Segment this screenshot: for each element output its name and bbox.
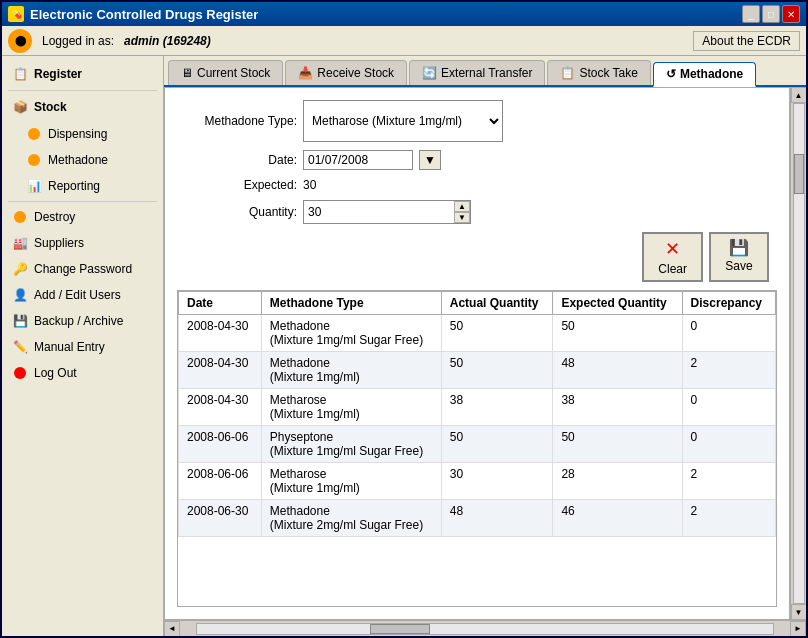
methadone-type-row: Methadone Type: Metharose (Mixture 1mg/m… xyxy=(177,100,777,142)
scroll-up-button[interactable]: ▲ xyxy=(791,87,807,103)
reporting-icon: 📊 xyxy=(26,178,42,194)
title-bar-buttons: _ □ ✕ xyxy=(742,5,800,23)
sidebar-label-register: Register xyxy=(34,67,82,81)
quantity-decrement-button[interactable]: ▼ xyxy=(454,212,470,223)
cell-discrepancy: 0 xyxy=(682,389,775,426)
sidebar-item-stock[interactable]: 📦 Stock xyxy=(2,93,163,121)
methadone-type-label: Methadone Type: xyxy=(177,114,297,128)
cell-expected-quantity: 46 xyxy=(553,500,682,537)
scroll-thumb-horizontal[interactable] xyxy=(370,624,430,634)
sidebar-label-dispensing: Dispensing xyxy=(48,127,107,141)
cell-date: 2008-04-30 xyxy=(179,389,262,426)
action-buttons-row: ✕ Clear 💾 Save xyxy=(177,232,777,282)
stock-icon: 📦 xyxy=(12,99,28,115)
sidebar-item-methadone[interactable]: Methadone xyxy=(2,147,163,173)
sidebar-label-reporting: Reporting xyxy=(48,179,100,193)
expected-label: Expected: xyxy=(177,178,297,192)
sidebar-item-destroy[interactable]: Destroy xyxy=(2,204,163,230)
quantity-spinner-buttons: ▲ ▼ xyxy=(454,201,470,223)
cell-discrepancy: 0 xyxy=(682,315,775,352)
cell-actual-quantity: 38 xyxy=(441,389,553,426)
login-label: Logged in as: xyxy=(42,34,114,48)
tab-current-stock[interactable]: 🖥 Current Stock xyxy=(168,60,283,85)
tab-external-transfer-icon: 🔄 xyxy=(422,66,437,80)
sidebar-item-manual-entry[interactable]: ✏️ Manual Entry xyxy=(2,334,163,360)
suppliers-icon: 🏭 xyxy=(12,235,28,251)
scroll-track-vertical xyxy=(793,103,805,604)
cell-expected-quantity: 38 xyxy=(553,389,682,426)
quantity-label: Quantity: xyxy=(177,205,297,219)
tab-stock-take[interactable]: 📋 Stock Take xyxy=(547,60,650,85)
sidebar-item-dispensing[interactable]: Dispensing xyxy=(2,121,163,147)
scroll-thumb-vertical[interactable] xyxy=(794,154,804,194)
tab-methadone[interactable]: ↺ Methadone xyxy=(653,62,756,87)
scroll-right-button[interactable]: ► xyxy=(790,621,806,637)
col-methadone-type: Methadone Type xyxy=(261,292,441,315)
methadone-type-select[interactable]: Metharose (Mixture 1mg/ml) Methadone (Mi… xyxy=(303,100,503,142)
expected-value: 30 xyxy=(303,178,316,192)
save-button[interactable]: 💾 Save xyxy=(709,232,769,282)
table-row: 2008-06-06Physeptone (Mixture 1mg/ml Sug… xyxy=(179,426,776,463)
cell-methadone-type: Methadone (Mixture 1mg/ml) xyxy=(261,352,441,389)
cell-actual-quantity: 50 xyxy=(441,315,553,352)
cell-methadone-type: Methadone (Mixture 2mg/ml Sugar Free) xyxy=(261,500,441,537)
minimize-button[interactable]: _ xyxy=(742,5,760,23)
cell-date: 2008-06-06 xyxy=(179,463,262,500)
sidebar-item-add-edit-users[interactable]: 👤 Add / Edit Users xyxy=(2,282,163,308)
cell-discrepancy: 2 xyxy=(682,352,775,389)
cell-methadone-type: Methadone (Mixture 1mg/ml Sugar Free) xyxy=(261,315,441,352)
sidebar-item-suppliers[interactable]: 🏭 Suppliers xyxy=(2,230,163,256)
menu-bar: ⬤ Logged in as: admin (169248) About the… xyxy=(2,26,806,56)
quantity-input[interactable] xyxy=(304,201,454,223)
quantity-increment-button[interactable]: ▲ xyxy=(454,201,470,212)
cell-discrepancy: 0 xyxy=(682,426,775,463)
cell-methadone-type: Metharose (Mixture 1mg/ml) xyxy=(261,463,441,500)
close-button[interactable]: ✕ xyxy=(782,5,800,23)
quantity-row: Quantity: ▲ ▼ xyxy=(177,200,777,224)
dispensing-icon xyxy=(26,126,42,142)
col-expected-quantity: Expected Quantity xyxy=(553,292,682,315)
about-button[interactable]: About the ECDR xyxy=(693,31,800,51)
tab-external-transfer[interactable]: 🔄 External Transfer xyxy=(409,60,545,85)
date-input[interactable] xyxy=(303,150,413,170)
date-dropdown-button[interactable]: ▼ xyxy=(419,150,441,170)
backup-archive-icon: 💾 xyxy=(12,313,28,329)
save-label: Save xyxy=(725,259,752,273)
clear-icon: ✕ xyxy=(665,238,680,260)
tab-receive-stock[interactable]: 📥 Receive Stock xyxy=(285,60,407,85)
cell-expected-quantity: 50 xyxy=(553,426,682,463)
horizontal-scrollbar: ◄ ► xyxy=(164,620,806,636)
register-icon: 📋 xyxy=(12,66,28,82)
sidebar-item-register[interactable]: 📋 Register xyxy=(2,60,163,88)
cell-expected-quantity: 50 xyxy=(553,315,682,352)
main-panel: 🖥 Current Stock 📥 Receive Stock 🔄 Extern… xyxy=(164,56,806,636)
maximize-button[interactable]: □ xyxy=(762,5,780,23)
tab-external-transfer-label: External Transfer xyxy=(441,66,532,80)
manual-entry-icon: ✏️ xyxy=(12,339,28,355)
sidebar-item-backup-archive[interactable]: 💾 Backup / Archive xyxy=(2,308,163,334)
cell-actual-quantity: 50 xyxy=(441,352,553,389)
sidebar-item-log-out[interactable]: Log Out xyxy=(2,360,163,386)
methadone-panel: Methadone Type: Metharose (Mixture 1mg/m… xyxy=(164,87,790,620)
tab-current-stock-icon: 🖥 xyxy=(181,66,193,80)
table-row: 2008-04-30Methadone (Mixture 1mg/ml)5048… xyxy=(179,352,776,389)
methadone-table: Date Methadone Type Actual Quantity Expe… xyxy=(178,291,776,537)
sidebar-label-backup-archive: Backup / Archive xyxy=(34,314,123,328)
tab-bar: 🖥 Current Stock 📥 Receive Stock 🔄 Extern… xyxy=(164,56,806,87)
sidebar-label-stock: Stock xyxy=(34,100,67,114)
clear-label: Clear xyxy=(658,262,687,276)
app-icon: 💊 xyxy=(8,6,24,22)
table-row: 2008-04-30Metharose (Mixture 1mg/ml)3838… xyxy=(179,389,776,426)
cell-date: 2008-06-06 xyxy=(179,426,262,463)
scroll-left-button[interactable]: ◄ xyxy=(164,621,180,637)
clear-button[interactable]: ✕ Clear xyxy=(642,232,703,282)
sidebar-label-methadone: Methadone xyxy=(48,153,108,167)
scroll-down-button[interactable]: ▼ xyxy=(791,604,807,620)
table-header-row: Date Methadone Type Actual Quantity Expe… xyxy=(179,292,776,315)
date-row: Date: ▼ xyxy=(177,150,777,170)
methadone-icon xyxy=(26,152,42,168)
main-window: 💊 Electronic Controlled Drugs Register _… xyxy=(0,0,808,638)
sidebar-item-change-password[interactable]: 🔑 Change Password xyxy=(2,256,163,282)
sidebar-item-reporting[interactable]: 📊 Reporting xyxy=(2,173,163,199)
tab-methadone-icon: ↺ xyxy=(666,67,676,81)
